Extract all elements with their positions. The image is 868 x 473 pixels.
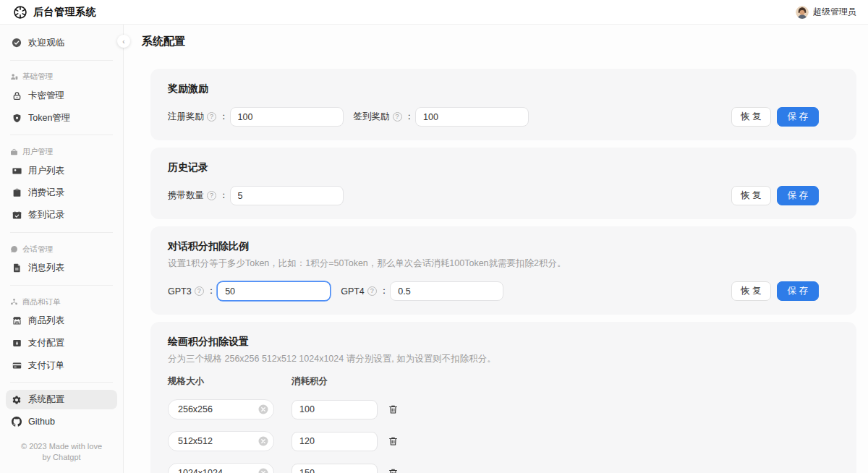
draw-row	[168, 431, 839, 451]
register-reward-input[interactable]	[230, 107, 344, 127]
shield-icon	[12, 113, 22, 123]
label-colon: ：	[219, 189, 229, 202]
card-title: 奖励激励	[168, 82, 839, 95]
sidebar-item-system-config[interactable]: 系统配置	[6, 390, 117, 409]
sidebar-item-label: 用户列表	[28, 165, 64, 177]
document-icon	[12, 263, 22, 273]
sidebar-collapse-button[interactable]: ‹	[117, 35, 130, 48]
sidebar-item-cardkey[interactable]: 卡密管理	[6, 86, 117, 106]
github-icon	[12, 417, 22, 427]
sidebar-item-payment-orders[interactable]: 支付订单	[6, 356, 117, 375]
sidebar-footer: © 2023 Made with love by Chatgpt	[6, 432, 117, 473]
footer-line-1: © 2023 Made with love	[6, 441, 117, 452]
help-icon[interactable]: ?	[393, 112, 402, 122]
sidebar-item-user-list[interactable]: 用户列表	[6, 161, 117, 181]
sidebar-item-label: 消息列表	[28, 262, 64, 274]
field-carry-count: 携带数量 ? ：	[168, 186, 344, 205]
payment-config-icon	[12, 338, 22, 348]
sidebar-divider	[10, 60, 113, 61]
field-label: 签到奖励	[354, 111, 390, 123]
app-title: 后台管理系统	[33, 6, 96, 19]
points-input[interactable]	[292, 464, 378, 473]
field-label: GPT3	[168, 286, 192, 297]
restore-button[interactable]: 恢 复	[731, 186, 770, 205]
brand: 后台管理系统	[13, 5, 96, 20]
draw-row	[168, 463, 839, 473]
sidebar-section-users: 用户管理	[6, 145, 117, 158]
label-colon: ：	[380, 285, 389, 297]
restore-button[interactable]: 恢 复	[731, 107, 770, 127]
sidebar-item-label: 消费记录	[28, 187, 64, 199]
user-management-icon	[10, 148, 18, 156]
sidebar-item-token[interactable]: Token管理	[6, 108, 117, 128]
sidebar-item-payment-config[interactable]: 支付配置	[6, 333, 117, 353]
delete-row-button[interactable]	[386, 403, 399, 416]
save-button[interactable]: 保 存	[777, 186, 819, 205]
save-button[interactable]: 保 存	[777, 107, 819, 127]
welcome-icon	[12, 38, 22, 48]
field-gpt4-ratio: GPT4 ? ：	[341, 281, 503, 301]
card-title: 对话积分扣除比例	[168, 240, 839, 253]
sidebar-section-orders: 商品和订单	[6, 296, 117, 309]
storefront-icon	[12, 316, 22, 326]
field-label: 注册奖励	[168, 111, 204, 123]
sidebar-section-label: 商品和订单	[22, 297, 61, 307]
sidebar-item-label: 商品列表	[28, 315, 64, 327]
points-input[interactable]	[292, 400, 378, 419]
orders-nodes-icon	[10, 298, 18, 306]
openai-logo-icon	[13, 5, 27, 20]
footer-line-2: by Chatgpt	[6, 452, 117, 463]
help-icon[interactable]: ?	[207, 191, 216, 200]
card-title: 绘画积分扣除设置	[168, 336, 839, 349]
gear-icon	[12, 395, 22, 405]
gpt3-ratio-input[interactable]	[217, 281, 331, 301]
top-header: 后台管理系统 超级管理员	[0, 0, 868, 25]
help-icon[interactable]: ?	[207, 112, 216, 122]
restore-button[interactable]: 恢 复	[731, 281, 770, 301]
basic-management-icon	[10, 73, 18, 81]
points-input[interactable]	[292, 432, 378, 451]
sidebar-item-checkin-records[interactable]: 签到记录	[6, 205, 117, 225]
clear-icon[interactable]	[258, 436, 268, 446]
sidebar-item-label: 系统配置	[28, 393, 64, 406]
card-subtitle: 分为三个规格 256x256 512x512 1024x1024 请分别设置, …	[168, 353, 839, 365]
sidebar-item-product-list[interactable]: 商品列表	[6, 312, 117, 331]
lock-icon	[12, 91, 22, 101]
sidebar-divider	[10, 135, 113, 135]
sidebar-item-welcome[interactable]: 欢迎观临	[6, 33, 117, 53]
clear-icon[interactable]	[258, 468, 268, 473]
checkin-reward-input[interactable]	[415, 107, 529, 127]
sidebar-item-message-list[interactable]: 消息列表	[6, 258, 117, 278]
sidebar-item-github[interactable]: Github	[6, 412, 117, 432]
gpt4-ratio-input[interactable]	[390, 281, 503, 301]
field-label: 携带数量	[168, 189, 204, 202]
help-icon[interactable]: ?	[367, 286, 377, 296]
delete-row-button[interactable]	[386, 435, 399, 448]
sidebar-divider	[10, 285, 113, 286]
column-header-size: 规格大小	[168, 375, 292, 388]
help-icon[interactable]: ?	[195, 286, 204, 296]
card-draw-settings: 绘画积分扣除设置 分为三个规格 256x256 512x512 1024x102…	[150, 322, 856, 473]
id-card-icon	[12, 166, 22, 176]
sidebar-divider	[10, 232, 113, 233]
delete-row-button[interactable]	[386, 466, 399, 473]
label-colon: ：	[207, 285, 216, 297]
sidebar-item-consume-records[interactable]: 消费记录	[6, 184, 117, 203]
column-header-points: 消耗积分	[292, 375, 328, 388]
sidebar-item-label: 支付配置	[28, 337, 64, 349]
main-content: 系统配置 奖励激励 注册奖励 ? ： 签到	[124, 25, 868, 473]
user-name: 超级管理员	[813, 6, 856, 18]
card-history: 历史记录 携带数量 ? ： 恢 复 保 存	[150, 148, 856, 219]
sidebar-section-label: 用户管理	[22, 147, 53, 157]
credit-card-icon	[12, 360, 22, 370]
sidebar-item-label: Token管理	[28, 112, 70, 124]
carry-count-input[interactable]	[230, 186, 344, 205]
clear-icon[interactable]	[258, 404, 268, 414]
card-title: 历史记录	[168, 161, 839, 174]
field-gpt3-ratio: GPT3 ? ：	[168, 281, 331, 301]
save-button[interactable]: 保 存	[777, 281, 819, 301]
user-menu[interactable]: 超级管理员	[796, 6, 856, 19]
sidebar-section-sessions: 会话管理	[6, 243, 117, 256]
sidebar-item-label: 签到记录	[28, 209, 64, 221]
card-reward: 奖励激励 注册奖励 ? ： 签到奖励 ? ：	[150, 69, 856, 140]
